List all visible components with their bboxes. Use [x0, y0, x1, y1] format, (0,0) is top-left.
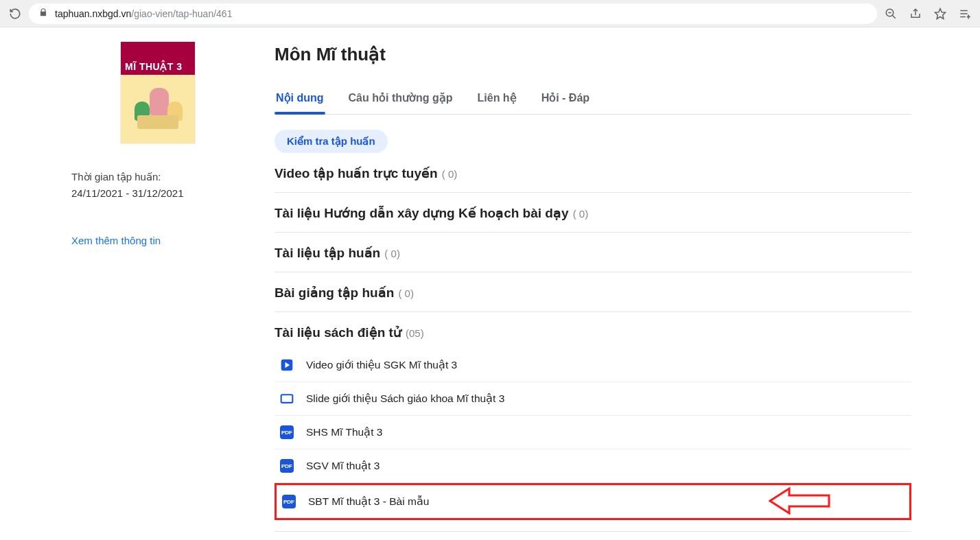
section-0: Video tập huấn trực tuyến ( 0): [275, 153, 911, 193]
section-title: Video tập huấn trực tuyến: [275, 166, 438, 180]
page-title: Môn Mĩ thuật: [275, 44, 911, 65]
list-item[interactable]: PDFSHS Mĩ Thuật 3: [275, 416, 911, 449]
section-header[interactable]: Tài liệu tập huấn ( 0): [275, 245, 911, 261]
svg-line-1: [892, 15, 896, 19]
pdf-icon: PDF: [280, 459, 294, 473]
url-host: taphuan.nxbgd.vn: [55, 8, 131, 19]
more-info-link[interactable]: Xem thêm thông tin: [69, 235, 161, 246]
annotation-arrow: [769, 487, 830, 517]
section-count: (05): [403, 327, 424, 339]
item-label: SGV Mĩ thuật 3: [306, 460, 380, 472]
section-title: Tài liệu sách điện tử: [275, 325, 401, 340]
section-count: ( 0): [439, 168, 458, 180]
reload-icon[interactable]: [8, 7, 22, 21]
section-2: Tài liệu tập huấn ( 0): [275, 233, 911, 272]
tab-1[interactable]: Câu hỏi thường gặp: [347, 84, 454, 114]
section-3: Bài giảng tập huấn ( 0): [275, 272, 911, 312]
tab-0[interactable]: Nội dung: [275, 84, 325, 114]
training-time-label: Thời gian tập huấn:: [71, 169, 247, 185]
slide-icon: [280, 392, 294, 406]
list-item[interactable]: PDFSGV Mĩ thuật 3: [275, 449, 911, 483]
pdf-icon: PDF: [280, 425, 294, 439]
tabs: Nội dungCâu hỏi thường gặpLiên hệHỏi - Đ…: [275, 84, 911, 115]
section-4: Tài liệu sách điện tử (05)Video giới thi…: [275, 312, 911, 532]
item-label: SHS Mĩ Thuật 3: [306, 426, 382, 438]
sidebar: MĨ THUẬT 3 Thời gian tập huấn: 24/11/202…: [69, 41, 247, 540]
section-count: ( 0): [570, 208, 589, 220]
sections: Video tập huấn trực tuyến ( 0)Tài liệu H…: [275, 153, 911, 540]
section-1: Tài liệu Hướng dẫn xây dựng Kế hoạch bài…: [275, 193, 911, 233]
lock-icon: [38, 8, 48, 19]
section-title: Tài liệu Hướng dẫn xây dựng Kế hoạch bài…: [275, 206, 569, 220]
tab-2[interactable]: Liên hệ: [476, 84, 518, 114]
section-header[interactable]: Bài giảng tập huấn ( 0): [275, 285, 911, 301]
item-label: Slide giới thiệu Sách giáo khoa Mĩ thuật…: [306, 392, 504, 405]
pdf-icon: PDF: [282, 495, 296, 508]
star-icon[interactable]: [933, 7, 947, 21]
item-list: Video giới thiệu SGK Mĩ thuật 3Slide giớ…: [275, 349, 911, 520]
list-item[interactable]: Video giới thiệu SGK Mĩ thuật 3: [275, 349, 911, 382]
zoom-out-icon[interactable]: [884, 7, 898, 21]
item-label: SBT Mĩ thuật 3 - Bài mẫu: [308, 495, 430, 508]
page-content: MĨ THUẬT 3 Thời gian tập huấn: 24/11/202…: [58, 27, 922, 540]
section-title: Bài giảng tập huấn: [275, 285, 394, 300]
svg-rect-8: [281, 395, 293, 403]
training-time: Thời gian tập huấn: 24/11/2021 - 31/12/2…: [69, 169, 247, 202]
exam-button[interactable]: Kiểm tra tập huấn: [275, 130, 388, 153]
section-header[interactable]: Video tập huấn trực tuyến ( 0): [275, 165, 911, 181]
browser-right-icons: [884, 7, 972, 21]
book-cover: MĨ THUẬT 3: [120, 41, 196, 144]
training-time-range: 24/11/2021 - 31/12/2021: [71, 185, 247, 202]
item-label: Video giới thiệu SGK Mĩ thuật 3: [306, 359, 457, 371]
browser-chrome: taphuan.nxbgd.vn/giao-vien/tap-huan/461: [0, 0, 980, 27]
url-text: taphuan.nxbgd.vn/giao-vien/tap-huan/461: [55, 8, 232, 19]
cover-title: MĨ THUẬT 3: [125, 61, 191, 72]
section-5: Tiết học minh họa ( 0): [275, 532, 911, 540]
tab-3[interactable]: Hỏi - Đáp: [540, 84, 591, 114]
svg-marker-3: [935, 8, 946, 19]
section-count: ( 0): [382, 248, 400, 259]
main-content: Môn Mĩ thuật Nội dungCâu hỏi thường gặpL…: [275, 41, 911, 540]
section-header[interactable]: Tài liệu Hướng dẫn xây dựng Kế hoạch bài…: [275, 205, 911, 221]
reading-list-icon[interactable]: [958, 7, 972, 21]
address-bar[interactable]: taphuan.nxbgd.vn/giao-vien/tap-huan/461: [29, 3, 877, 24]
play-icon: [280, 358, 294, 372]
share-icon[interactable]: [909, 7, 922, 21]
url-path: /giao-vien/tap-huan/461: [131, 8, 232, 19]
section-header[interactable]: Tài liệu sách điện tử (05): [275, 325, 911, 340]
section-title: Tài liệu tập huấn: [275, 246, 380, 260]
section-count: ( 0): [395, 287, 414, 299]
list-item[interactable]: Slide giới thiệu Sách giáo khoa Mĩ thuật…: [275, 382, 911, 416]
